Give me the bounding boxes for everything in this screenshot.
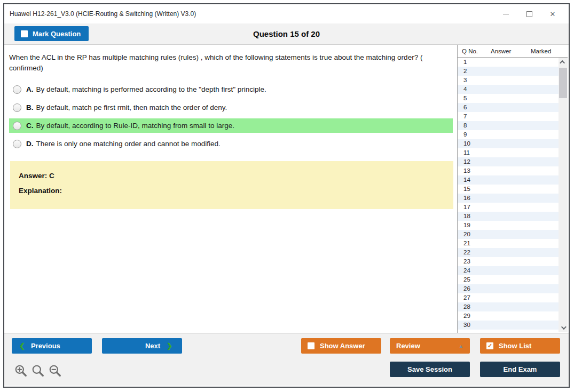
option-letter: A. <box>26 85 34 93</box>
maximize-button[interactable] <box>517 4 541 23</box>
marked-cell <box>523 257 559 266</box>
question-list-row[interactable]: 23 <box>458 257 559 266</box>
qno-cell: 30 <box>458 321 484 330</box>
show-list-button[interactable]: ✓ Show List <box>480 338 560 354</box>
question-list-row[interactable]: 21 <box>458 239 559 248</box>
option-text: By default, match pe first rmit, then ma… <box>36 102 227 113</box>
next-button[interactable]: Next ❯ <box>102 338 182 354</box>
header-answer: Answer <box>491 45 511 58</box>
answer-cell <box>484 94 523 103</box>
question-list-row[interactable]: 1 <box>458 58 559 67</box>
question-list-row[interactable]: 8 <box>458 121 559 130</box>
end-exam-button[interactable]: End Exam <box>480 362 560 377</box>
mark-question-checkbox[interactable] <box>21 30 28 37</box>
radio-button-icon[interactable] <box>13 85 21 94</box>
show-answer-checkbox[interactable] <box>308 342 314 349</box>
question-list-row[interactable]: 18 <box>458 212 559 221</box>
qno-cell: 23 <box>458 257 484 266</box>
option-row-d[interactable]: D.There is only one matching order and c… <box>9 137 453 151</box>
question-list-row[interactable]: 27 <box>458 293 559 302</box>
option-row-b[interactable]: B.By default, match pe first rmit, then … <box>9 100 453 115</box>
show-list-checkbox[interactable]: ✓ <box>486 342 493 349</box>
question-list-row[interactable]: 7 <box>458 112 559 121</box>
previous-button[interactable]: ❮ Previous <box>12 338 92 354</box>
question-list-row[interactable]: 3 <box>458 76 559 85</box>
answer-cell <box>484 121 523 130</box>
question-list-row[interactable]: 11 <box>458 148 559 157</box>
qno-cell: 1 <box>458 58 484 67</box>
radio-button-icon[interactable] <box>13 103 21 112</box>
zoom-out-icon[interactable] <box>49 364 61 377</box>
marked-cell <box>523 266 559 275</box>
footer-bar: ❮ Previous Next ❯ Show Answer Revi <box>4 333 569 386</box>
review-button[interactable]: Review ▲ <box>390 338 470 354</box>
answer-cell <box>484 230 523 239</box>
scroll-up-button[interactable] <box>559 58 568 67</box>
scrollbar[interactable] <box>559 58 568 332</box>
question-list-row[interactable]: 5 <box>458 94 559 103</box>
scroll-down-button[interactable] <box>559 323 568 332</box>
close-button[interactable]: ✕ <box>541 4 564 23</box>
option-letter: B. <box>26 103 34 111</box>
question-list-row[interactable]: 24 <box>458 266 559 275</box>
answer-cell <box>484 257 523 266</box>
header-qno: Q No. <box>462 45 478 58</box>
qno-cell: 5 <box>458 94 484 103</box>
marked-cell <box>523 275 559 284</box>
question-list-row[interactable]: 19 <box>458 221 559 230</box>
question-list-row[interactable]: 28 <box>458 302 559 311</box>
question-list-row[interactable]: 25 <box>458 275 559 284</box>
question-list-row[interactable]: 17 <box>458 203 559 212</box>
answer-cell <box>484 293 523 302</box>
question-list-row[interactable]: 15 <box>458 185 559 194</box>
question-list-row[interactable]: 29 <box>458 311 559 321</box>
question-list-row[interactable]: 6 <box>458 103 559 112</box>
zoom-reset-icon[interactable] <box>32 364 44 377</box>
marked-cell <box>523 203 559 212</box>
question-list-row[interactable]: 20 <box>458 230 559 239</box>
mark-question-label: Mark Question <box>33 30 81 38</box>
radio-button-icon[interactable] <box>13 140 21 148</box>
qno-cell: 3 <box>458 76 484 85</box>
question-list-row[interactable]: 4 <box>458 85 559 94</box>
marked-cell <box>523 112 559 121</box>
options-list: A.By default, matching is performed acco… <box>4 82 457 151</box>
option-row-c[interactable]: C.By default, according to Rule-ID, matc… <box>9 118 453 133</box>
marked-cell <box>523 194 559 203</box>
chevron-left-icon: ❮ <box>19 342 25 350</box>
question-list-row[interactable]: 9 <box>458 130 559 139</box>
mark-question-button[interactable]: Mark Question <box>14 26 89 41</box>
scrollbar-thumb[interactable] <box>559 68 567 98</box>
question-list-row[interactable]: 22 <box>458 248 559 257</box>
question-list-row[interactable]: 26 <box>458 284 559 293</box>
chevron-right-icon: ❯ <box>167 342 172 350</box>
question-list-row[interactable]: 12 <box>458 157 559 166</box>
answer-cell <box>484 266 523 275</box>
explanation-label: Explanation: <box>19 187 453 195</box>
question-list-row[interactable]: 2 <box>458 67 559 76</box>
question-list-row[interactable]: 13 <box>458 166 559 175</box>
question-list-body: 1234567891011121314151617181920212223242… <box>458 58 559 330</box>
marked-cell <box>523 94 559 103</box>
option-row-a[interactable]: A.By default, matching is performed acco… <box>9 82 453 97</box>
qno-cell: 13 <box>458 166 484 175</box>
answer-cell <box>484 321 523 330</box>
answer-cell <box>484 130 523 139</box>
answer-cell <box>484 58 523 67</box>
qno-cell: 16 <box>458 194 484 203</box>
question-list-row[interactable]: 16 <box>458 194 559 203</box>
option-letter: D. <box>26 140 34 148</box>
qno-cell: 11 <box>458 148 484 157</box>
minimize-button[interactable] <box>494 4 517 23</box>
previous-label: Previous <box>31 342 60 350</box>
show-list-label: Show List <box>499 342 531 350</box>
question-list-row[interactable]: 14 <box>458 175 559 185</box>
zoom-in-icon[interactable] <box>14 364 27 377</box>
question-list-row[interactable]: 30 <box>458 321 559 330</box>
question-list-row[interactable]: 10 <box>458 139 559 148</box>
marked-cell <box>523 130 559 139</box>
radio-button-icon[interactable] <box>13 122 21 130</box>
save-session-button[interactable]: Save Session <box>390 362 470 377</box>
marked-cell <box>523 76 559 85</box>
show-answer-button[interactable]: Show Answer <box>301 338 381 354</box>
